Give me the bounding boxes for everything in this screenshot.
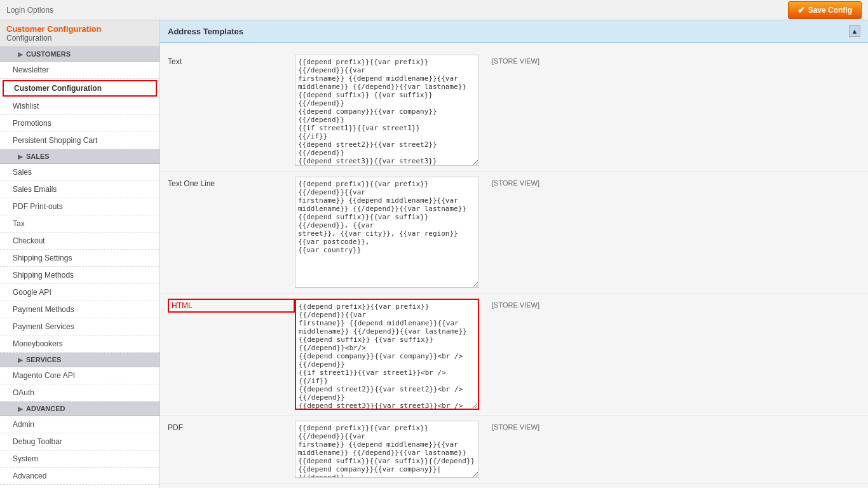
pdf-textarea[interactable]: {{depend prefix}}{{var prefix}} {{/depen… <box>295 421 479 478</box>
html-field-row: {{depend prefix}}{{var prefix}} {{/depen… <box>295 299 860 410</box>
text-textarea[interactable]: {{depend prefix}}{{var prefix}} {{/depen… <box>295 55 479 166</box>
sidebar-item-payment-methods[interactable]: Payment Methods <box>0 301 159 318</box>
services-items: Magento Core API OAuth <box>0 367 159 402</box>
text-field-row: {{depend prefix}}{{var prefix}} {{/depen… <box>295 55 860 166</box>
section-title: Address Templates <box>168 27 243 36</box>
text-label: Text <box>168 55 295 66</box>
sidebar-item-tax[interactable]: Tax <box>0 215 159 233</box>
sidebar-item-google-api[interactable]: Google API <box>0 284 159 301</box>
sidebar-item-shipping-settings[interactable]: Shipping Settings <box>0 250 159 267</box>
form-table: Text {{depend prefix}}{{var prefix}} {{/… <box>160 43 868 488</box>
text-one-line-label: Text One Line <box>168 177 295 188</box>
top-bar: Login Options ✔ Save Config <box>0 0 868 20</box>
sales-arrow-icon: ▶ <box>18 153 23 160</box>
pdf-control-area: {{depend prefix}}{{var prefix}} {{/depen… <box>295 421 860 478</box>
form-row-text-one-line: Text One Line {{depend prefix}}{{var pre… <box>160 172 868 294</box>
sidebar-item-advanced[interactable]: Advanced <box>0 468 159 485</box>
sidebar-item-wishlist[interactable]: Wishlist <box>0 98 159 115</box>
text-one-line-store-view: [STORE VIEW] <box>492 177 539 187</box>
html-control-area: {{depend prefix}}{{var prefix}} {{/depen… <box>295 299 860 410</box>
sidebar-section-services[interactable]: ▶ SERVICES <box>0 353 159 367</box>
save-config-label: Save Config <box>808 6 852 15</box>
sales-items: Sales Sales Emails PDF Print-outs Tax Ch… <box>0 164 159 353</box>
main-layout: Customer Configuration Configuration ▶ C… <box>0 20 868 488</box>
html-store-view: [STORE VIEW] <box>492 299 539 309</box>
advanced-section-label: ADVANCED <box>26 405 65 412</box>
sidebar-item-sales-emails[interactable]: Sales Emails <box>0 181 159 198</box>
sidebar-item-pdf-print-outs[interactable]: PDF Print-outs <box>0 198 159 215</box>
sidebar-item-debug-toolbar[interactable]: Debug Toolbar <box>0 433 159 451</box>
check-icon: ✔ <box>797 5 805 15</box>
advanced-items: Admin Debug Toolbar System Advanced Deve… <box>0 416 159 488</box>
form-row-text: Text {{depend prefix}}{{var prefix}} {{/… <box>160 50 868 172</box>
html-label: HTML <box>168 299 295 313</box>
sales-section-label: SALES <box>26 152 50 160</box>
sidebar-breadcrumb: Configuration <box>6 34 153 43</box>
content-area: Address Templates ▲ Text {{depend prefix… <box>160 20 868 488</box>
customers-items: Newsletter Customer Configuration Wishli… <box>0 62 159 149</box>
content-section-header: Address Templates ▲ <box>160 20 868 43</box>
advanced-arrow-icon: ▶ <box>18 405 23 412</box>
sidebar-header: Customer Configuration Configuration <box>0 20 159 47</box>
services-arrow-icon: ▶ <box>18 356 23 363</box>
pdf-label: PDF <box>168 421 295 432</box>
html-textarea[interactable]: {{depend prefix}}{{var prefix}} {{/depen… <box>295 299 479 410</box>
sidebar-item-persistent-shopping-cart[interactable]: Persistent Shopping Cart <box>0 132 159 149</box>
sidebar-item-oauth[interactable]: OAuth <box>0 384 159 402</box>
sidebar-item-moneybookers[interactable]: Moneybookers <box>0 336 159 353</box>
sidebar-item-admin[interactable]: Admin <box>0 416 159 433</box>
sidebar-item-magento-core-api[interactable]: Magento Core API <box>0 367 159 384</box>
sidebar-item-shipping-methods[interactable]: Shipping Methods <box>0 267 159 284</box>
pdf-field-row: {{depend prefix}}{{var prefix}} {{/depen… <box>295 421 860 478</box>
sidebar: Customer Configuration Configuration ▶ C… <box>0 20 160 488</box>
page-section-title: Login Options <box>6 6 53 15</box>
text-one-line-control-area: {{depend prefix}}{{var prefix}} {{/depen… <box>295 177 860 288</box>
text-one-line-textarea[interactable]: {{depend prefix}}{{var prefix}} {{/depen… <box>295 177 479 288</box>
services-section-label: SERVICES <box>26 356 61 363</box>
sidebar-item-payment-services[interactable]: Payment Services <box>0 318 159 336</box>
sidebar-item-checkout[interactable]: Checkout <box>0 233 159 250</box>
text-control-area: {{depend prefix}}{{var prefix}} {{/depen… <box>295 55 860 166</box>
sidebar-item-newsletter[interactable]: Newsletter <box>0 62 159 79</box>
save-config-button[interactable]: ✔ Save Config <box>788 1 862 19</box>
customers-section-label: CUSTOMERS <box>26 50 71 58</box>
sidebar-item-sales[interactable]: Sales <box>0 164 159 181</box>
sidebar-page-title: Customer Configuration <box>6 24 153 34</box>
collapse-button[interactable]: ▲ <box>849 25 860 37</box>
text-one-line-field-row: {{depend prefix}}{{var prefix}} {{/depen… <box>295 177 860 288</box>
sidebar-item-developer[interactable]: Developer <box>0 485 159 488</box>
pdf-store-view: [STORE VIEW] <box>492 421 539 431</box>
form-row-pdf: PDF {{depend prefix}}{{var prefix}} {{/d… <box>160 416 868 484</box>
sidebar-section-advanced[interactable]: ▶ ADVANCED <box>0 402 159 416</box>
sidebar-item-system[interactable]: System <box>0 451 159 468</box>
sidebar-item-promotions[interactable]: Promotions <box>0 115 159 132</box>
text-store-view: [STORE VIEW] <box>492 55 539 65</box>
sidebar-item-customer-configuration[interactable]: Customer Configuration <box>3 80 157 97</box>
sidebar-section-customers[interactable]: ▶ CUSTOMERS <box>0 47 159 62</box>
form-row-html: HTML {{depend prefix}}{{var prefix}} {{/… <box>160 294 868 416</box>
sidebar-section-sales[interactable]: ▶ SALES <box>0 149 159 164</box>
customers-arrow-icon: ▶ <box>18 51 23 58</box>
